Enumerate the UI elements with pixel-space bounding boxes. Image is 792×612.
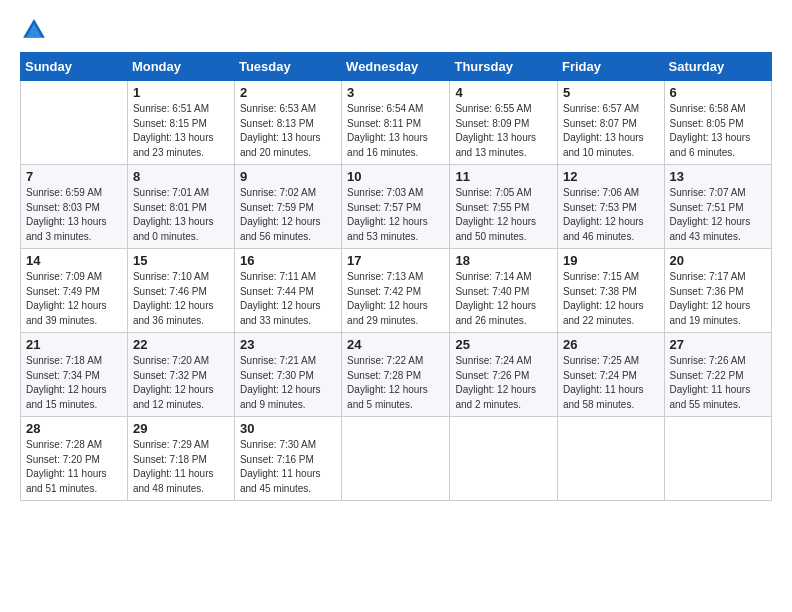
calendar-cell: 13Sunrise: 7:07 AM Sunset: 7:51 PM Dayli… (664, 165, 771, 249)
day-number: 27 (670, 337, 766, 352)
calendar-cell: 25Sunrise: 7:24 AM Sunset: 7:26 PM Dayli… (450, 333, 558, 417)
day-number: 11 (455, 169, 552, 184)
day-info: Sunrise: 6:57 AM Sunset: 8:07 PM Dayligh… (563, 102, 659, 160)
day-number: 23 (240, 337, 336, 352)
day-info: Sunrise: 6:58 AM Sunset: 8:05 PM Dayligh… (670, 102, 766, 160)
day-info: Sunrise: 7:11 AM Sunset: 7:44 PM Dayligh… (240, 270, 336, 328)
day-info: Sunrise: 7:24 AM Sunset: 7:26 PM Dayligh… (455, 354, 552, 412)
day-number: 6 (670, 85, 766, 100)
weekday-header-monday: Monday (127, 53, 234, 81)
calendar-cell: 8Sunrise: 7:01 AM Sunset: 8:01 PM Daylig… (127, 165, 234, 249)
day-number: 4 (455, 85, 552, 100)
calendar-cell: 14Sunrise: 7:09 AM Sunset: 7:49 PM Dayli… (21, 249, 128, 333)
weekday-header-row: SundayMondayTuesdayWednesdayThursdayFrid… (21, 53, 772, 81)
day-number: 3 (347, 85, 444, 100)
day-info: Sunrise: 7:21 AM Sunset: 7:30 PM Dayligh… (240, 354, 336, 412)
day-info: Sunrise: 7:28 AM Sunset: 7:20 PM Dayligh… (26, 438, 122, 496)
day-info: Sunrise: 7:22 AM Sunset: 7:28 PM Dayligh… (347, 354, 444, 412)
weekday-header-wednesday: Wednesday (342, 53, 450, 81)
calendar-cell: 21Sunrise: 7:18 AM Sunset: 7:34 PM Dayli… (21, 333, 128, 417)
day-number: 18 (455, 253, 552, 268)
calendar-cell: 5Sunrise: 6:57 AM Sunset: 8:07 PM Daylig… (558, 81, 665, 165)
calendar-cell (21, 81, 128, 165)
calendar-cell: 16Sunrise: 7:11 AM Sunset: 7:44 PM Dayli… (234, 249, 341, 333)
calendar-cell: 3Sunrise: 6:54 AM Sunset: 8:11 PM Daylig… (342, 81, 450, 165)
calendar-cell: 19Sunrise: 7:15 AM Sunset: 7:38 PM Dayli… (558, 249, 665, 333)
calendar-cell: 18Sunrise: 7:14 AM Sunset: 7:40 PM Dayli… (450, 249, 558, 333)
day-info: Sunrise: 7:20 AM Sunset: 7:32 PM Dayligh… (133, 354, 229, 412)
day-number: 21 (26, 337, 122, 352)
day-info: Sunrise: 7:01 AM Sunset: 8:01 PM Dayligh… (133, 186, 229, 244)
day-info: Sunrise: 7:26 AM Sunset: 7:22 PM Dayligh… (670, 354, 766, 412)
logo-icon (20, 16, 48, 44)
calendar-cell (342, 417, 450, 501)
day-number: 12 (563, 169, 659, 184)
weekday-header-tuesday: Tuesday (234, 53, 341, 81)
day-info: Sunrise: 7:17 AM Sunset: 7:36 PM Dayligh… (670, 270, 766, 328)
calendar-cell: 7Sunrise: 6:59 AM Sunset: 8:03 PM Daylig… (21, 165, 128, 249)
day-info: Sunrise: 7:06 AM Sunset: 7:53 PM Dayligh… (563, 186, 659, 244)
calendar-cell: 9Sunrise: 7:02 AM Sunset: 7:59 PM Daylig… (234, 165, 341, 249)
calendar-cell: 17Sunrise: 7:13 AM Sunset: 7:42 PM Dayli… (342, 249, 450, 333)
weekday-header-friday: Friday (558, 53, 665, 81)
calendar-cell (664, 417, 771, 501)
week-row-2: 7Sunrise: 6:59 AM Sunset: 8:03 PM Daylig… (21, 165, 772, 249)
day-number: 10 (347, 169, 444, 184)
day-number: 8 (133, 169, 229, 184)
day-info: Sunrise: 7:13 AM Sunset: 7:42 PM Dayligh… (347, 270, 444, 328)
day-number: 14 (26, 253, 122, 268)
calendar-cell: 23Sunrise: 7:21 AM Sunset: 7:30 PM Dayli… (234, 333, 341, 417)
calendar-cell: 2Sunrise: 6:53 AM Sunset: 8:13 PM Daylig… (234, 81, 341, 165)
calendar-table: SundayMondayTuesdayWednesdayThursdayFrid… (20, 52, 772, 501)
day-info: Sunrise: 7:09 AM Sunset: 7:49 PM Dayligh… (26, 270, 122, 328)
calendar-cell: 29Sunrise: 7:29 AM Sunset: 7:18 PM Dayli… (127, 417, 234, 501)
day-info: Sunrise: 7:29 AM Sunset: 7:18 PM Dayligh… (133, 438, 229, 496)
day-info: Sunrise: 7:07 AM Sunset: 7:51 PM Dayligh… (670, 186, 766, 244)
week-row-1: 1Sunrise: 6:51 AM Sunset: 8:15 PM Daylig… (21, 81, 772, 165)
day-number: 26 (563, 337, 659, 352)
day-number: 19 (563, 253, 659, 268)
day-info: Sunrise: 7:03 AM Sunset: 7:57 PM Dayligh… (347, 186, 444, 244)
day-number: 2 (240, 85, 336, 100)
day-number: 16 (240, 253, 336, 268)
day-number: 24 (347, 337, 444, 352)
day-info: Sunrise: 6:53 AM Sunset: 8:13 PM Dayligh… (240, 102, 336, 160)
day-info: Sunrise: 7:18 AM Sunset: 7:34 PM Dayligh… (26, 354, 122, 412)
weekday-header-sunday: Sunday (21, 53, 128, 81)
calendar-cell: 6Sunrise: 6:58 AM Sunset: 8:05 PM Daylig… (664, 81, 771, 165)
calendar-cell: 28Sunrise: 7:28 AM Sunset: 7:20 PM Dayli… (21, 417, 128, 501)
day-info: Sunrise: 7:30 AM Sunset: 7:16 PM Dayligh… (240, 438, 336, 496)
calendar-cell: 12Sunrise: 7:06 AM Sunset: 7:53 PM Dayli… (558, 165, 665, 249)
day-number: 22 (133, 337, 229, 352)
day-number: 20 (670, 253, 766, 268)
calendar-cell (450, 417, 558, 501)
day-info: Sunrise: 7:14 AM Sunset: 7:40 PM Dayligh… (455, 270, 552, 328)
header (20, 16, 772, 44)
calendar-cell: 11Sunrise: 7:05 AM Sunset: 7:55 PM Dayli… (450, 165, 558, 249)
day-number: 9 (240, 169, 336, 184)
day-info: Sunrise: 7:25 AM Sunset: 7:24 PM Dayligh… (563, 354, 659, 412)
calendar-cell (558, 417, 665, 501)
day-number: 25 (455, 337, 552, 352)
day-number: 15 (133, 253, 229, 268)
day-number: 30 (240, 421, 336, 436)
day-info: Sunrise: 7:02 AM Sunset: 7:59 PM Dayligh… (240, 186, 336, 244)
day-number: 17 (347, 253, 444, 268)
day-number: 28 (26, 421, 122, 436)
weekday-header-saturday: Saturday (664, 53, 771, 81)
week-row-5: 28Sunrise: 7:28 AM Sunset: 7:20 PM Dayli… (21, 417, 772, 501)
calendar-cell: 26Sunrise: 7:25 AM Sunset: 7:24 PM Dayli… (558, 333, 665, 417)
calendar-cell: 27Sunrise: 7:26 AM Sunset: 7:22 PM Dayli… (664, 333, 771, 417)
day-info: Sunrise: 6:54 AM Sunset: 8:11 PM Dayligh… (347, 102, 444, 160)
day-number: 7 (26, 169, 122, 184)
day-info: Sunrise: 7:15 AM Sunset: 7:38 PM Dayligh… (563, 270, 659, 328)
weekday-header-thursday: Thursday (450, 53, 558, 81)
page: SundayMondayTuesdayWednesdayThursdayFrid… (0, 0, 792, 612)
calendar-cell: 22Sunrise: 7:20 AM Sunset: 7:32 PM Dayli… (127, 333, 234, 417)
day-info: Sunrise: 7:05 AM Sunset: 7:55 PM Dayligh… (455, 186, 552, 244)
calendar-cell: 1Sunrise: 6:51 AM Sunset: 8:15 PM Daylig… (127, 81, 234, 165)
day-info: Sunrise: 7:10 AM Sunset: 7:46 PM Dayligh… (133, 270, 229, 328)
calendar-cell: 30Sunrise: 7:30 AM Sunset: 7:16 PM Dayli… (234, 417, 341, 501)
day-number: 5 (563, 85, 659, 100)
calendar-cell: 20Sunrise: 7:17 AM Sunset: 7:36 PM Dayli… (664, 249, 771, 333)
